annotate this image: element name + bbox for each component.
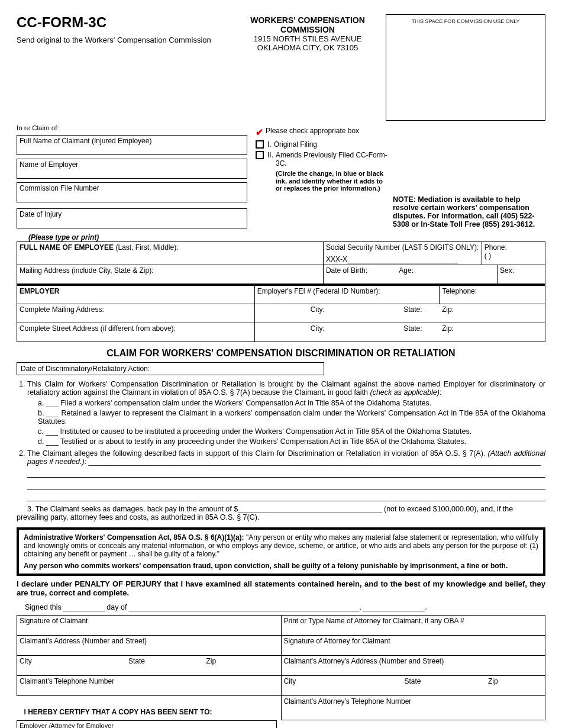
facts-line-2[interactable]: [27, 481, 545, 489]
copy-employer-cell[interactable]: Employer /Attorney for Employer: [17, 720, 277, 728]
employer-table: EMPLOYER Employer's FEI # (Federal ID Nu…: [17, 284, 545, 342]
commission-addr-2: OKLAHOMA CITY, OK 73105: [230, 43, 386, 52]
facts-line-3[interactable]: [27, 493, 545, 501]
employer-street-cell[interactable]: Complete Street Address (if different fr…: [17, 323, 255, 342]
checkbox-amends[interactable]: [256, 151, 264, 159]
attorney-phone-cell[interactable]: Claimant's Attorney's Telephone Number: [281, 696, 545, 720]
sub-c[interactable]: c. ___ Instituted or caused to be instit…: [38, 427, 545, 436]
section-title: CLAIM FOR WORKERS' COMPENSATION DISCRIMI…: [17, 348, 545, 359]
employer-heading-cell: EMPLOYER: [17, 285, 255, 304]
form-code: CC-FORM-3C: [17, 14, 230, 31]
check-instruction: Please check appropriate box: [266, 127, 359, 135]
sub-b[interactable]: b. ___ Retained a lawyer to represent th…: [38, 409, 545, 426]
certify-heading: I HEREBY CERTIFY THAT A COPY HAS BEEN SE…: [24, 708, 279, 716]
claimant-phone-cell[interactable]: Claimant's Telephone Number: [17, 676, 282, 696]
commission-use-box: THIS SPACE FOR COMMISSION USE ONLY: [386, 14, 545, 121]
attorney-signature-cell[interactable]: Signature of Attorney for Claimant: [281, 636, 545, 656]
sex-cell[interactable]: Sex:: [498, 265, 545, 284]
employer-city-state-zip-1[interactable]: City: State: Zip:: [254, 304, 545, 323]
claimant-city-state-zip-cell[interactable]: City State Zip: [17, 656, 282, 676]
option-2-label: Amends Previously Filed CC-Form-3C.: [276, 151, 389, 167]
option-2-numeral: II.: [267, 151, 273, 159]
signed-date-line[interactable]: Signed this __________ day of __________…: [25, 603, 545, 611]
commission-title: WORKERS' COMPENSATION COMMISSION: [230, 15, 386, 34]
dob-age-cell[interactable]: Date of Birth: Age:: [324, 265, 498, 284]
fei-cell[interactable]: Employer's FEI # (Federal ID Number):: [254, 285, 440, 304]
claimant-signature-cell[interactable]: Signature of Claimant: [17, 616, 282, 636]
date-injury-field[interactable]: Date of Injury: [17, 208, 247, 228]
date-action-field[interactable]: Date of Discriminatory/Retaliatory Actio…: [17, 362, 324, 375]
please-type-print: (Please type or print): [28, 233, 545, 241]
employee-table: FULL NAME OF EMPLOYEE (Last, First, Midd…: [17, 241, 545, 284]
para-1: This Claim for Workers' Compensation Dis…: [27, 380, 545, 446]
warning-box: Administrative Workers' Compensation Act…: [17, 527, 545, 576]
option-1-label: Original Filing: [274, 140, 317, 149]
copy-sent-table: Employer /Attorney for Employer Address …: [17, 720, 277, 729]
option-1-numeral: I.: [267, 140, 272, 149]
employer-tel-cell[interactable]: Telephone:: [440, 285, 545, 304]
facts-line-1[interactable]: [27, 469, 545, 478]
checkbox-original-filing[interactable]: [256, 140, 264, 149]
attorney-city-state-zip-cell[interactable]: City State Zip: [281, 676, 545, 696]
mediation-note: NOTE: Mediation is available to help res…: [393, 195, 545, 228]
employer-mail-cell[interactable]: Complete Mailing Address:: [17, 304, 255, 323]
sub-a[interactable]: a. ___ Filed a workers' compensation cla…: [38, 399, 545, 407]
ssn-cell[interactable]: Social Security Number (LAST 5 DIGITS ON…: [323, 242, 482, 265]
para-3-line-b: prevailing party, attorney fees and cost…: [17, 513, 545, 521]
send-original-instruction: Send original to the Workers' Compensati…: [17, 36, 230, 44]
in-re-label: In re Claim of:: [17, 124, 247, 131]
employer-city-state-zip-2[interactable]: City: State: Zip:: [254, 323, 545, 342]
commission-addr-1: 1915 NORTH STILES AVENUE: [230, 34, 386, 43]
attorney-address-cell[interactable]: Claimant's Attorney's Address (Number an…: [281, 656, 545, 676]
para-3-line-a: 3. The Claimant seeks as damages, back p…: [27, 505, 545, 513]
phone-cell[interactable]: Phone: ( ): [482, 242, 545, 265]
employee-name-cell[interactable]: FULL NAME OF EMPLOYEE (Last, First, Midd…: [17, 242, 324, 265]
perjury-declaration: I declare under PENALTY OF PERJURY that …: [17, 579, 545, 597]
red-checkmark-icon: ✔: [256, 127, 263, 138]
option-2-detail: (Circle the change, in blue or black ink…: [276, 170, 389, 192]
attorney-name-cell[interactable]: Print or Type Name of Attorney for Claim…: [281, 616, 545, 636]
mailing-address-cell[interactable]: Mailing Address (include City, State & Z…: [17, 265, 324, 284]
para-2: The Claimant alleges the following descr…: [27, 449, 545, 501]
commission-file-no-field[interactable]: Commission File Number: [17, 182, 247, 202]
employer-name-field[interactable]: Name of Employer: [17, 159, 247, 179]
claimant-name-field[interactable]: Full Name of Claimant (Injured Employee): [17, 135, 247, 155]
sub-d[interactable]: d. ___ Testified or is about to testify …: [38, 437, 545, 446]
claimant-address-cell[interactable]: Claimant's Address (Number and Street): [17, 636, 282, 656]
signature-table: Signature of Claimant Print or Type Name…: [17, 615, 545, 720]
